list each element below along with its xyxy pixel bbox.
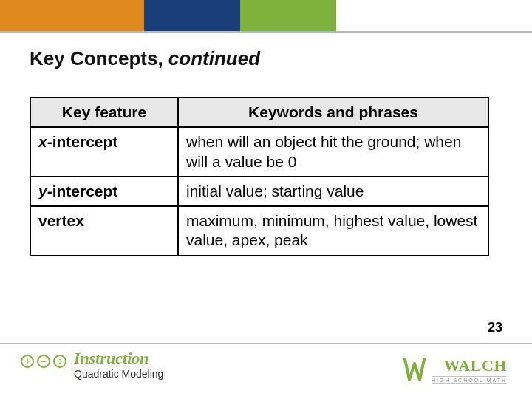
table-header-feature: Key feature [30, 98, 178, 127]
publisher-tagline: HIGH SCHOOL MATH [432, 376, 507, 384]
slide-title: Key Concepts, continued [30, 47, 502, 70]
feature-cell: y-intercept [30, 177, 178, 206]
feature-cell: vertex [30, 206, 178, 256]
publisher-logo: WALCH HIGH SCHOOL MATH [403, 356, 507, 384]
divide-icon: ÷ [53, 355, 66, 368]
phrases-cell: initial value; starting value [178, 177, 488, 206]
header-seg-green [240, 0, 336, 31]
page-number: 23 [488, 320, 502, 335]
title-main: Key Concepts, [30, 47, 168, 69]
header-color-bar [0, 0, 532, 31]
content-area: Key Concepts, continued Key feature Keyw… [0, 34, 532, 343]
footer-bar: + − ÷ Instruction Quadratic Modeling WAL… [0, 344, 532, 399]
footer-subtitle: Quadratic Modeling [74, 368, 163, 380]
minus-icon: − [37, 355, 50, 368]
phrases-cell: when will an object hit the ground; when… [178, 127, 488, 177]
badge-icons: + − ÷ [21, 355, 66, 368]
key-concepts-table: Key feature Keywords and phrases x-inter… [30, 97, 489, 256]
plus-icon: + [21, 355, 34, 368]
publisher-brand: WALCH [432, 356, 507, 375]
section-label: Instruction [74, 349, 149, 368]
header-divider [0, 31, 532, 33]
table-header-phrases: Keywords and phrases [178, 98, 488, 127]
walch-mark-icon [403, 358, 426, 383]
table-row: y-intercept initial value; starting valu… [30, 177, 488, 206]
header-seg-blue [144, 0, 240, 31]
phrases-cell: maximum, minimum, highest value, lowest … [178, 206, 488, 256]
publisher-text: WALCH HIGH SCHOOL MATH [432, 356, 507, 384]
feature-cell: x-intercept [30, 127, 178, 177]
title-continued: continued [168, 47, 260, 69]
header-seg-white [336, 0, 532, 31]
header-seg-orange [0, 0, 144, 31]
table-row: vertex maximum, minimum, highest value, … [30, 206, 488, 256]
table-row: x-intercept when will an object hit the … [30, 127, 488, 177]
